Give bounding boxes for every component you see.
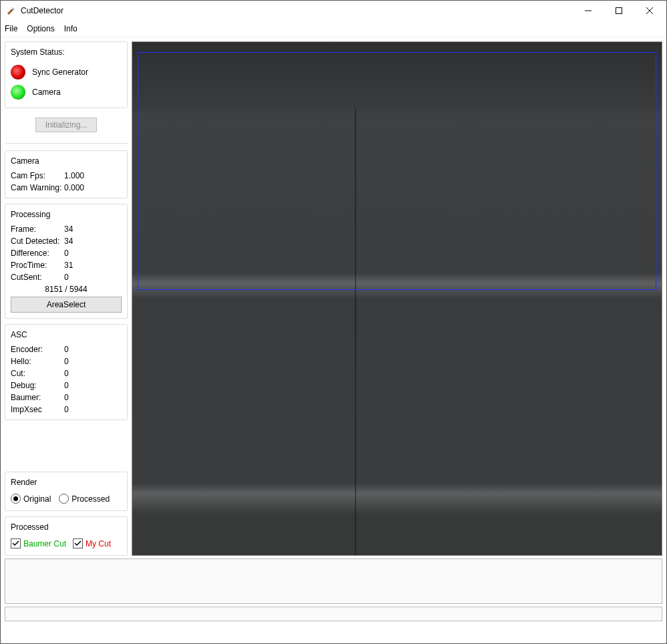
cam-warning-label: Cam Warning: [11, 183, 64, 192]
baumer-cut-label: Baumer Cut [23, 539, 66, 548]
render-original-radio[interactable]: Original [11, 494, 51, 504]
proctime-label: ProcTime: [11, 261, 64, 270]
initializing-button[interactable]: Initializing... [35, 118, 98, 132]
camera-led-icon [11, 85, 25, 100]
window-controls [573, 1, 665, 21]
checkbox-icon [73, 538, 83, 548]
area-select-button[interactable]: AreaSelect [11, 297, 122, 313]
window-title: CutDetector [21, 6, 573, 15]
render-panel: Render Original Processed [5, 472, 128, 511]
menu-file[interactable]: File [5, 24, 17, 33]
processed-panel: Processed Baumer Cut My Cut [5, 516, 128, 556]
checkbox-icon [11, 538, 21, 548]
camera-status-label: Camera [32, 88, 61, 97]
cut-detected-label: Cut Detected: [11, 236, 64, 246]
menu-options[interactable]: Options [27, 24, 54, 33]
render-panel-title: Render [11, 478, 122, 487]
encoder-label: Encoder: [11, 345, 64, 354]
menubar: File Options Info [1, 21, 666, 37]
sidebar-spacer [5, 426, 128, 466]
impxsec-value: 0 [64, 405, 122, 414]
roi-rectangle[interactable] [138, 52, 656, 289]
camera-panel: Camera Cam Fps: 1.000 Cam Warning: 0.000 [5, 150, 128, 198]
separator [5, 143, 128, 144]
camera-viewer[interactable] [132, 41, 662, 556]
sync-generator-label: Sync Generator [32, 67, 88, 77]
processing-panel: Processing Frame: 34 Cut Detected: 34 Di… [5, 204, 128, 319]
bottom-panel [5, 558, 662, 604]
titlebar: CutDetector [1, 1, 666, 21]
svg-rect-0 [616, 8, 622, 14]
processing-panel-title: Processing [11, 210, 122, 219]
radio-icon [11, 494, 21, 504]
sync-led-icon [11, 65, 25, 79]
cut-detected-value: 34 [64, 236, 122, 246]
render-original-label: Original [23, 494, 51, 504]
cam-fps-value: 1.000 [64, 171, 122, 180]
processed-panel-title: Processed [11, 522, 122, 532]
render-processed-radio[interactable]: Processed [59, 494, 110, 504]
cutsent-value: 0 [64, 273, 122, 282]
proctime-value: 31 [64, 261, 122, 270]
cam-fps-label: Cam Fps: [11, 171, 64, 180]
cutsent-label: CutSent: [11, 273, 64, 282]
hello-label: Hello: [11, 357, 64, 366]
app-icon [6, 5, 17, 16]
baumer-cut-checkbox[interactable]: Baumer Cut [11, 538, 66, 548]
cut-value: 0 [64, 369, 122, 378]
difference-value: 0 [64, 249, 122, 258]
status-strip [5, 607, 662, 621]
minimize-button[interactable] [573, 1, 604, 21]
my-cut-label: My Cut [86, 539, 111, 548]
baumer-label: Baumer: [11, 393, 64, 402]
app-window: CutDetector File Options Info System Sta… [0, 0, 667, 644]
camera-status-row: Camera [11, 82, 122, 102]
encoder-value: 0 [64, 345, 122, 354]
system-status-title: System Status: [11, 47, 122, 57]
cam-warning-value: 0.000 [64, 183, 122, 192]
radio-icon [59, 494, 69, 504]
difference-label: Difference: [11, 249, 64, 258]
frame-value: 34 [64, 224, 122, 234]
maximize-button[interactable] [604, 1, 634, 21]
cut-label: Cut: [11, 369, 64, 378]
sidebar: System Status: Sync Generator Camera Ini… [5, 41, 128, 556]
asc-panel-title: ASC [11, 330, 122, 339]
upper-area: System Status: Sync Generator Camera Ini… [5, 41, 662, 556]
render-processed-label: Processed [72, 494, 110, 504]
client-area: System Status: Sync Generator Camera Ini… [1, 37, 666, 643]
menu-info[interactable]: Info [64, 24, 78, 33]
close-button[interactable] [634, 1, 665, 21]
baumer-value: 0 [64, 393, 122, 402]
my-cut-checkbox[interactable]: My Cut [73, 538, 111, 548]
hello-value: 0 [64, 357, 122, 366]
camera-panel-title: Camera [11, 156, 122, 166]
debug-value: 0 [64, 381, 122, 390]
processing-counts: 8151 / 5944 [11, 285, 122, 294]
asc-panel: ASC Encoder: 0 Hello: 0 Cut: 0 Debug: 0 … [5, 324, 128, 420]
debug-label: Debug: [11, 381, 64, 390]
sync-generator-row: Sync Generator [11, 62, 122, 82]
impxsec-label: ImpXsec [11, 405, 64, 414]
system-status-panel: System Status: Sync Generator Camera [5, 41, 128, 108]
frame-label: Frame: [11, 224, 64, 234]
